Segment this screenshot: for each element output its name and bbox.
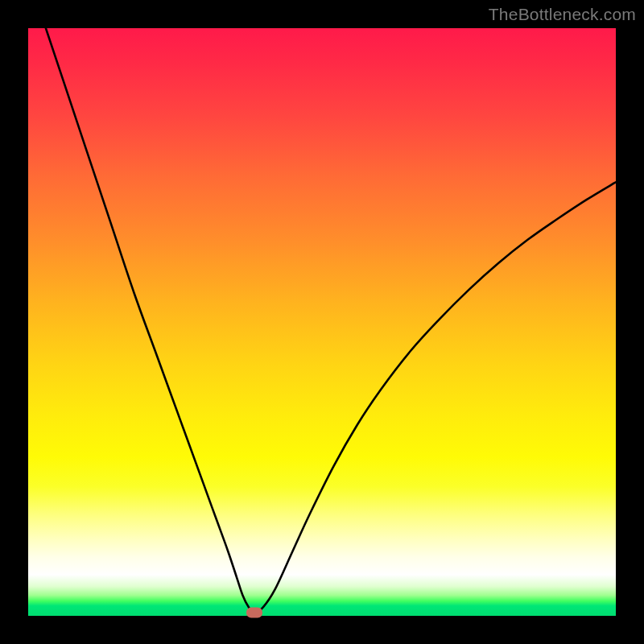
- chart-frame: TheBottleneck.com: [0, 0, 644, 644]
- bottleneck-curve: [28, 28, 616, 616]
- watermark-text: TheBottleneck.com: [489, 5, 636, 24]
- optimal-point-marker: [246, 608, 262, 618]
- plot-area: [28, 28, 616, 616]
